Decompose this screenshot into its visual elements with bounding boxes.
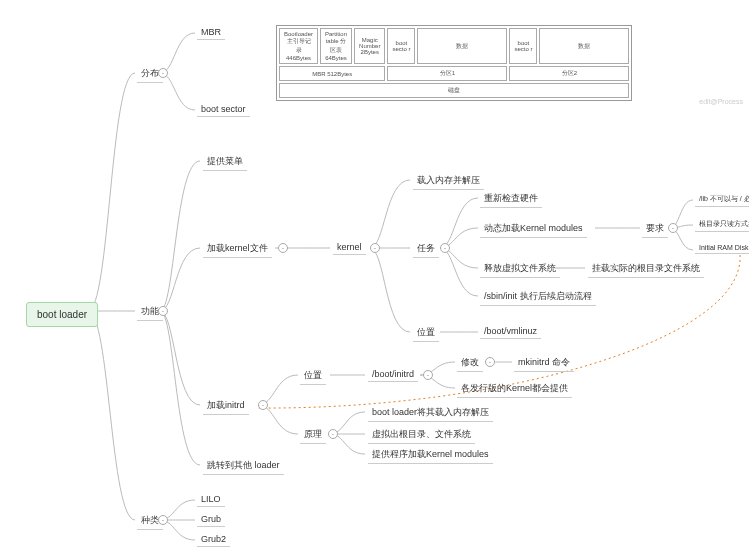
expander-task[interactable]: - bbox=[440, 243, 450, 253]
tbl-h0: Bootloader 主引导记录 446Bytes bbox=[279, 28, 318, 64]
tbl-r2b: 分区1 bbox=[387, 66, 507, 81]
node-iprinc[interactable]: 原理 bbox=[300, 426, 326, 444]
expander-ilocv[interactable]: - bbox=[423, 370, 433, 380]
node-t3[interactable]: 释放虚拟文件系统 bbox=[480, 260, 560, 278]
node-r2[interactable]: 根目录只读方式挂载 bbox=[695, 217, 749, 232]
node-idist[interactable]: 各发行版的Kernel都会提供 bbox=[457, 380, 572, 398]
node-k1[interactable]: LILO bbox=[197, 492, 225, 507]
node-k3[interactable]: Grub2 bbox=[197, 532, 230, 547]
node-t2[interactable]: 动态加载Kernel modules bbox=[480, 220, 587, 238]
expander-loadk[interactable]: - bbox=[278, 243, 288, 253]
node-kloc[interactable]: 位置 bbox=[413, 324, 439, 342]
node-k2[interactable]: Grub bbox=[197, 512, 225, 527]
tbl-r2c: 分区2 bbox=[509, 66, 629, 81]
node-ip2[interactable]: 虚拟出根目录、文件系统 bbox=[368, 426, 475, 444]
node-ktask[interactable]: 任务 bbox=[413, 240, 439, 258]
node-t3b[interactable]: 挂载实际的根目录文件系统 bbox=[588, 260, 704, 278]
node-imod[interactable]: 修改 bbox=[457, 354, 483, 372]
expander-imod[interactable]: - bbox=[485, 357, 495, 367]
node-mbr[interactable]: MBR bbox=[197, 25, 225, 40]
node-ilocv[interactable]: /boot/initrd bbox=[368, 367, 418, 382]
node-req[interactable]: 要求 bbox=[642, 220, 668, 238]
tbl-h6: 数据 bbox=[539, 28, 629, 64]
tbl-h2: Magic Number 2Bytes bbox=[354, 28, 385, 64]
node-klocv[interactable]: /boot/vmlinuz bbox=[480, 324, 541, 339]
disk-layout-table: Bootloader 主引导记录 446Bytes Partition tabl… bbox=[276, 25, 632, 101]
node-ip3[interactable]: 提供程序加载Kernel modules bbox=[368, 446, 493, 464]
node-kload[interactable]: 载入内存并解压 bbox=[413, 172, 484, 190]
node-jump[interactable]: 跳转到其他 loader bbox=[203, 457, 284, 475]
expander-loadi[interactable]: - bbox=[258, 400, 268, 410]
node-r3[interactable]: Initial RAM Disk bbox=[695, 242, 749, 254]
expander-kernel[interactable]: - bbox=[370, 243, 380, 253]
node-menu[interactable]: 提供菜单 bbox=[203, 153, 247, 171]
node-ip1[interactable]: boot loader将其载入内存解压 bbox=[368, 404, 493, 422]
node-kernel[interactable]: kernel bbox=[333, 240, 366, 255]
node-imodv[interactable]: mkinitrd 命令 bbox=[514, 354, 574, 372]
tbl-r2a: MBR 512Bytes bbox=[279, 66, 385, 81]
tbl-h3: boot secto r bbox=[387, 28, 415, 64]
expander-dist[interactable]: - bbox=[158, 68, 168, 78]
node-bootsector[interactable]: boot sector bbox=[197, 102, 250, 117]
tbl-h4: 数据 bbox=[417, 28, 507, 64]
node-loadinitrd[interactable]: 加载initrd bbox=[203, 397, 249, 415]
node-loadkernel[interactable]: 加载kernel文件 bbox=[203, 240, 272, 258]
tbl-r3: 磁盘 bbox=[279, 83, 629, 98]
expander-iprinc[interactable]: - bbox=[328, 429, 338, 439]
expander-kinds[interactable]: - bbox=[158, 515, 168, 525]
node-t4[interactable]: /sbin/init 执行后续启动流程 bbox=[480, 288, 596, 306]
node-r1[interactable]: /lib 不可以与 / 必须同一partion bbox=[695, 192, 749, 207]
node-iloc[interactable]: 位置 bbox=[300, 367, 326, 385]
expander-req[interactable]: - bbox=[668, 223, 678, 233]
expander-func[interactable]: - bbox=[158, 306, 168, 316]
node-t1[interactable]: 重新检查硬件 bbox=[480, 190, 542, 208]
tbl-h1: Partition table 分区表 64Bytes bbox=[320, 28, 352, 64]
watermark: edit@Process bbox=[699, 98, 743, 105]
root-node[interactable]: boot loader bbox=[26, 302, 98, 327]
tbl-h5: boot secto r bbox=[509, 28, 537, 64]
